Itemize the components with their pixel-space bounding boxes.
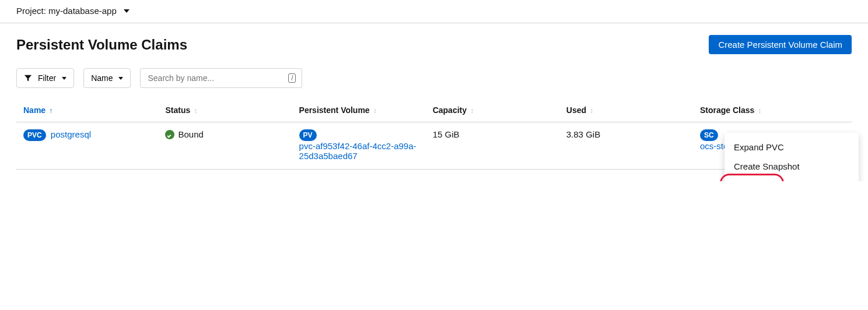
kebab-menu: Expand PVCCreate SnapshotClone PVCEdit L…	[724, 133, 859, 181]
col-header-actions	[827, 100, 852, 122]
page-title: Persistent Volume Claims	[16, 37, 187, 53]
kebab-item-clone-pvc[interactable]: Clone PVC	[724, 176, 859, 181]
filter-dropdown[interactable]: Filter	[16, 68, 74, 88]
filter-label: Filter	[38, 73, 56, 83]
kebab-item-create-snapshot[interactable]: Create Snapshot	[724, 157, 859, 176]
sort-neutral-icon: ↕	[758, 107, 761, 115]
project-selector[interactable]: Project: my-database-app	[0, 0, 868, 23]
col-header-storage-class[interactable]: Storage Class↕	[693, 100, 827, 122]
search-input[interactable]	[146, 73, 288, 83]
search-shortcut-hint: /	[288, 73, 296, 83]
chevron-down-icon	[124, 9, 130, 13]
create-pvc-button[interactable]: Create Persistent Volume Claim	[709, 35, 852, 54]
check-circle-icon	[165, 130, 174, 139]
col-header-capacity[interactable]: Capacity↕	[426, 100, 559, 122]
project-label: Project: my-database-app	[16, 6, 117, 16]
sort-neutral-icon: ↕	[373, 107, 377, 115]
used-cell: 3.83 GiB	[559, 122, 693, 170]
sort-asc-icon: ↑	[49, 107, 52, 115]
col-header-name[interactable]: Name↑	[16, 100, 158, 122]
pvc-badge: PVC	[23, 129, 46, 141]
sc-badge: SC	[700, 129, 718, 141]
status-text: Bound	[178, 129, 203, 139]
col-header-used[interactable]: Used↕	[559, 100, 693, 122]
chevron-down-icon	[118, 77, 123, 80]
pv-name-link[interactable]: pvc-af953f42-46af-4cc2-a99a-25d3a5baed67	[299, 141, 419, 161]
capacity-cell: 15 GiB	[426, 122, 559, 170]
sort-neutral-icon: ↕	[194, 107, 197, 115]
sort-neutral-icon: ↕	[590, 107, 593, 115]
col-header-status[interactable]: Status↕	[158, 100, 292, 122]
sort-neutral-icon: ↕	[470, 107, 474, 115]
search-input-wrap[interactable]: /	[140, 68, 302, 88]
chevron-down-icon	[62, 77, 66, 80]
name-dropdown[interactable]: Name	[83, 68, 131, 88]
col-header-pv[interactable]: Persistent Volume↕	[292, 100, 426, 122]
name-label: Name	[91, 73, 113, 83]
funnel-icon	[24, 74, 32, 82]
kebab-item-expand-pvc[interactable]: Expand PVC	[724, 138, 859, 157]
pvc-name-link[interactable]: postgresql	[51, 129, 91, 139]
pv-badge: PV	[299, 129, 317, 141]
